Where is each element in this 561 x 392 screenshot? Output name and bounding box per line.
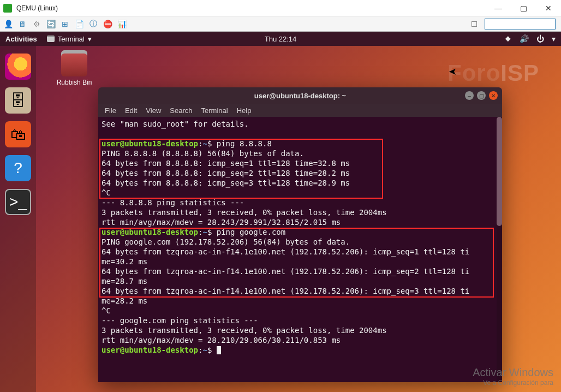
qemu-icon <box>3 4 12 13</box>
terminal-intro: See "man sudo_root" for details. <box>102 120 249 128</box>
windows-icon[interactable]: ⊞ <box>60 19 70 29</box>
gear-icon[interactable]: ⚙ <box>32 19 41 29</box>
cmd-ping-ip: ping 8.8.8.8 <box>212 139 272 148</box>
dock-firefox[interactable] <box>5 54 31 80</box>
activities-button[interactable]: Activities <box>5 35 37 43</box>
host-toolbar: 👤 🖥 ⚙ 🔄 ⊞ 📄 ⓘ ⛔ 📊 <box>0 16 561 32</box>
terminal-minimize-button[interactable]: – <box>465 91 474 100</box>
output-ping-ip: PING 8.8.8.8 (8.8.8.8) 56(84) bytes of d… <box>102 149 387 227</box>
scroll-thumb[interactable] <box>497 117 502 226</box>
dock: 🗄 🛍 ? >_ <box>0 46 36 392</box>
terminal-window: user@ubuntu18-desktop: ~ – ▢ ✕ File Edit… <box>98 87 502 382</box>
terminal-body[interactable]: See "man sudo_root" for details. user@ub… <box>98 117 502 382</box>
terminal-maximize-button[interactable]: ▢ <box>477 91 486 100</box>
status-area[interactable]: ⯁ 🔊 ⏻ ▾ <box>504 34 556 43</box>
terminal-title: user@ubuntu18-desktop: ~ <box>254 92 346 100</box>
prompt-user: user@ubuntu18-desktop <box>102 139 198 148</box>
dock-terminal[interactable]: >_ <box>5 189 31 215</box>
trash-label: Rubbish Bin <box>57 79 92 86</box>
trash-icon <box>61 50 87 76</box>
menu-help[interactable]: Help <box>237 106 252 115</box>
desktop-trash[interactable]: Rubbish Bin <box>52 50 96 86</box>
host-minimize-button[interactable]: — <box>486 0 511 16</box>
clock[interactable]: Thu 22:14 <box>265 35 297 43</box>
document-icon[interactable]: 📄 <box>74 19 84 29</box>
monitor-icon[interactable]: 🖥 <box>17 19 27 29</box>
dock-software[interactable]: 🛍 <box>5 121 31 147</box>
info-icon[interactable]: ⓘ <box>88 19 98 29</box>
menu-view[interactable]: View <box>146 106 161 115</box>
menu-edit[interactable]: Edit <box>125 106 137 115</box>
user-icon[interactable]: 👤 <box>3 19 13 29</box>
power-icon: ⏻ <box>536 34 544 43</box>
chevron-down-icon: ▾ <box>552 34 556 43</box>
host-toolbar-input[interactable] <box>485 19 556 29</box>
menu-search[interactable]: Search <box>170 106 192 115</box>
dock-files[interactable]: 🗄 <box>5 87 31 114</box>
activate-windows-watermark: Activar Windows Ve a Configuración para <box>473 366 553 387</box>
watermark: ForoISP <box>447 60 539 86</box>
chevron-down-icon: ▾ <box>88 35 92 43</box>
terminal-cursor <box>217 346 221 354</box>
menu-file[interactable]: File <box>105 106 116 115</box>
prompt-path: ~ <box>202 139 207 148</box>
activate-sub: Ve a Configuración para <box>473 379 553 387</box>
refresh-icon[interactable]: 🔄 <box>46 19 56 29</box>
host-titlebar: QEMU (Linux) — ▢ ✕ <box>0 0 561 16</box>
gnome-topbar: Activities Terminal ▾ Thu 22:14 ⯁ 🔊 ⏻ ▾ <box>0 32 561 46</box>
misc-icon[interactable]: 📊 <box>117 19 127 29</box>
terminal-close-button[interactable]: ✕ <box>489 91 498 100</box>
host-maximize-button[interactable]: ▢ <box>511 0 536 16</box>
terminal-titlebar[interactable]: user@ubuntu18-desktop: ~ – ▢ ✕ <box>98 87 502 104</box>
toolbar-indicator <box>472 21 477 27</box>
guest-desktop: Activities Terminal ▾ Thu 22:14 ⯁ 🔊 ⏻ ▾ … <box>0 32 561 392</box>
terminal-scrollbar[interactable] <box>497 117 502 382</box>
output-ping-domain: PING google.com (192.178.52.206) 56(84) … <box>102 237 469 345</box>
activate-heading: Activar Windows <box>473 366 553 379</box>
dock-help[interactable]: ? <box>5 155 31 181</box>
terminal-icon <box>47 35 55 42</box>
network-icon: ⯁ <box>504 34 512 43</box>
app-indicator-label: Terminal <box>58 35 85 43</box>
terminal-menubar: File Edit View Search Terminal Help <box>98 104 502 117</box>
host-window-title: QEMU (Linux) <box>16 4 58 12</box>
stop-icon[interactable]: ⛔ <box>103 19 112 29</box>
app-indicator[interactable]: Terminal ▾ <box>47 35 92 43</box>
cmd-ping-domain: ping google.com <box>212 228 285 236</box>
menu-terminal[interactable]: Terminal <box>201 106 228 115</box>
host-close-button[interactable]: ✕ <box>536 0 561 16</box>
volume-icon: 🔊 <box>520 34 529 43</box>
